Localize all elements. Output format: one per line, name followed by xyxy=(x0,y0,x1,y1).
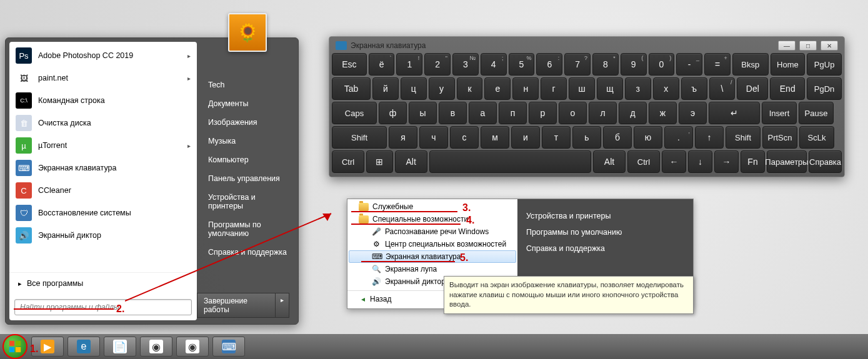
osk-titlebar[interactable]: Экранная клавиатура — □ ✕ xyxy=(332,37,842,53)
shutdown-button[interactable]: Завершение работы xyxy=(197,293,276,318)
osk-key[interactable]: ↓ xyxy=(688,150,712,173)
submenu-item[interactable]: 🔍Экранная лупа xyxy=(347,263,517,275)
osk-key[interactable]: Shift xyxy=(332,126,387,149)
start-right-link[interactable]: Компьютер xyxy=(206,150,289,169)
osk-key[interactable]: я xyxy=(389,126,417,149)
submenu-right-link[interactable]: Справка и поддержка xyxy=(525,240,686,257)
osk-key[interactable]: Insert xyxy=(762,102,797,124)
osk-key[interactable]: ы xyxy=(409,102,437,124)
start-search-input[interactable] xyxy=(14,299,192,315)
osk-key[interactable]: ф xyxy=(379,102,407,124)
osk-key[interactable]: ё` xyxy=(369,53,395,76)
osk-key[interactable]: ю xyxy=(634,126,662,149)
osk-key[interactable]: PgUp xyxy=(807,53,842,76)
osk-key[interactable]: Справка xyxy=(809,150,842,173)
all-programs[interactable]: Все программы xyxy=(9,272,197,294)
osk-key[interactable]: 6: xyxy=(536,53,562,76)
minimize-button[interactable]: — xyxy=(778,41,796,51)
osk-key[interactable]: PgDn xyxy=(807,77,842,100)
osk-key[interactable]: PrtScn xyxy=(762,126,797,149)
osk-key[interactable]: ш xyxy=(569,77,595,100)
osk-key[interactable]: й xyxy=(372,77,399,100)
osk-key[interactable]: ↵ xyxy=(709,102,760,124)
osk-key[interactable]: Del xyxy=(737,77,768,100)
start-app-item[interactable]: ⌨Экранная клавиатура xyxy=(9,157,197,179)
osk-key[interactable]: б xyxy=(603,126,632,149)
osk-key[interactable]: и xyxy=(511,126,540,149)
start-app-item[interactable]: 🗑Очистка диска xyxy=(9,112,197,134)
osk-key[interactable]: -_ xyxy=(676,53,702,76)
osk-key[interactable]: т xyxy=(542,126,571,149)
taskbar-item-libreoffice[interactable]: 📄 xyxy=(104,337,136,357)
osk-key[interactable]: э xyxy=(679,102,707,124)
submenu-right-link[interactable]: Программы по умолчанию xyxy=(525,224,686,240)
start-button[interactable] xyxy=(2,334,27,359)
osk-key[interactable]: 4; xyxy=(481,53,507,76)
osk-key[interactable]: с xyxy=(450,126,479,149)
osk-key[interactable]: Bksp xyxy=(732,53,769,76)
osk-key[interactable]: е xyxy=(484,77,511,100)
user-picture[interactable]: 🌻 xyxy=(228,13,267,52)
taskbar-item-chrome[interactable]: ◉ xyxy=(140,337,172,357)
osk-key[interactable]: Shift xyxy=(726,126,761,149)
osk-key[interactable]: п xyxy=(499,102,527,124)
osk-key[interactable]: а xyxy=(469,102,497,124)
start-right-link[interactable]: Устройства и принтеры xyxy=(206,188,289,215)
osk-key[interactable] xyxy=(429,150,591,173)
osk-key[interactable]: Ctrl xyxy=(332,150,364,173)
osk-key[interactable]: Home xyxy=(771,53,806,76)
osk-key[interactable]: щ xyxy=(597,77,623,100)
osk-key[interactable]: End xyxy=(770,77,805,100)
osk-key[interactable]: г xyxy=(541,77,567,100)
osk-key[interactable]: ↑ xyxy=(695,126,724,149)
osk-key[interactable]: л xyxy=(589,102,617,124)
osk-key[interactable]: ц xyxy=(401,77,427,100)
osk-key[interactable]: Pause xyxy=(799,102,834,124)
osk-key[interactable]: ., xyxy=(664,126,693,149)
osk-key[interactable]: ъ xyxy=(681,77,707,100)
osk-key[interactable]: о xyxy=(559,102,587,124)
start-app-item[interactable]: 🖼paint.net▸ xyxy=(9,67,197,89)
start-right-link[interactable]: Панель управления xyxy=(206,169,289,188)
osk-key[interactable]: в xyxy=(439,102,467,124)
osk-key[interactable]: \/ xyxy=(709,77,736,100)
shutdown-options-arrow[interactable]: ▸ xyxy=(276,293,289,318)
osk-key[interactable]: 2" xyxy=(424,53,451,76)
osk-key[interactable]: ← xyxy=(662,150,686,173)
taskbar-item-chrome2[interactable]: ◉ xyxy=(176,337,209,357)
osk-key[interactable]: н xyxy=(512,77,539,100)
start-right-link[interactable]: Музыка xyxy=(206,132,289,150)
start-app-item[interactable]: PsAdobe Photoshop CC 2019▸ xyxy=(9,44,197,67)
start-right-link[interactable]: Документы xyxy=(206,94,289,113)
start-app-item[interactable]: CCCleaner xyxy=(9,179,197,202)
osk-key[interactable]: ScLk xyxy=(799,126,834,149)
osk-key[interactable]: д xyxy=(619,102,647,124)
osk-key[interactable]: Tab xyxy=(332,77,371,100)
close-button[interactable]: ✕ xyxy=(821,41,838,51)
submenu-item[interactable]: 🎤Распознавание речи Windows xyxy=(347,225,517,238)
start-right-link[interactable]: Изображения xyxy=(206,113,289,132)
osk-key[interactable]: Alt xyxy=(395,150,427,173)
osk-key[interactable]: к xyxy=(457,77,483,100)
osk-key[interactable]: Caps xyxy=(332,102,377,124)
osk-key[interactable]: 0) xyxy=(649,53,675,76)
osk-key[interactable]: 7? xyxy=(564,53,591,76)
osk-key[interactable]: 8* xyxy=(592,53,619,76)
start-app-item[interactable]: 🔊Экранный диктор xyxy=(9,224,197,247)
osk-key[interactable]: 5% xyxy=(509,53,535,76)
taskbar-item-ie[interactable]: e xyxy=(67,337,100,357)
osk-key[interactable]: =+ xyxy=(704,53,731,76)
osk-key[interactable]: ж xyxy=(649,102,677,124)
osk-key[interactable]: 3№ xyxy=(452,53,479,76)
start-right-link[interactable]: Tech xyxy=(206,76,289,94)
osk-key[interactable]: р xyxy=(529,102,557,124)
start-right-link[interactable]: Программы по умолчанию xyxy=(206,215,289,243)
osk-key[interactable]: у xyxy=(429,77,455,100)
osk-key[interactable]: Alt xyxy=(593,150,626,173)
osk-key[interactable]: ь xyxy=(572,126,601,149)
osk-key[interactable]: 1! xyxy=(396,53,422,76)
submenu-item[interactable]: ⚙Центр специальных возможностей xyxy=(347,238,517,250)
osk-key[interactable]: з xyxy=(625,77,651,100)
osk-key[interactable]: х xyxy=(653,77,679,100)
taskbar-item-osk[interactable]: ⌨ xyxy=(212,337,245,357)
